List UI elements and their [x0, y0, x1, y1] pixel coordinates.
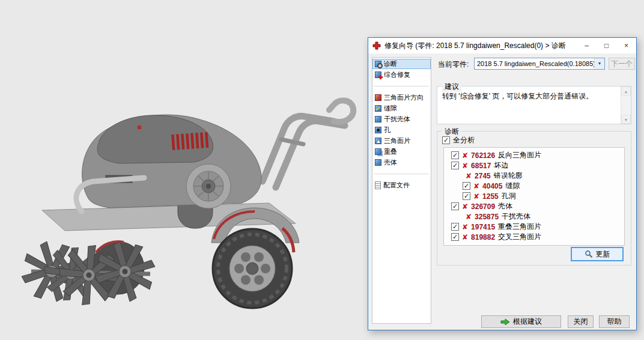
- shell-icon: [375, 159, 381, 166]
- current-part-label: 当前零件:: [438, 59, 469, 70]
- full-analysis-row[interactable]: ✓ 全分析: [442, 135, 475, 145]
- full-analysis-checkbox[interactable]: ✓: [442, 136, 450, 144]
- suggestion-groupbox: 建议 转到 '综合修复' 页，可以修复大部分普通错误。 ▲ ▼: [437, 86, 631, 124]
- error-count: 197415: [471, 223, 495, 231]
- sidebar-item-holes[interactable]: 孔: [372, 125, 431, 135]
- checkbox[interactable]: ✓: [463, 182, 470, 190]
- diagnosis-row[interactable]: ✓ ✘ 762126 反向三角面片: [451, 150, 624, 160]
- diagnosis-icon: [375, 61, 381, 67]
- close-button[interactable]: 关闭: [568, 315, 594, 328]
- hole-icon: [375, 127, 381, 133]
- error-count: 325875: [475, 213, 499, 221]
- sidebar-item-diagnosis[interactable]: 诊断: [372, 59, 431, 69]
- sidebar-item-gaps[interactable]: 缝隙: [372, 103, 431, 114]
- sidebar-item-label: 干扰壳体: [384, 115, 410, 124]
- sidebar-item-shells[interactable]: 壳体: [372, 157, 431, 168]
- error-label: 交叉三角面片: [498, 232, 541, 242]
- triangle-orientation-icon: [375, 94, 381, 101]
- diagnosis-row[interactable]: ✘ 2745 错误轮廓: [451, 171, 624, 181]
- sidebar-item-label: 孔: [384, 126, 390, 135]
- checkbox[interactable]: ✓: [451, 151, 459, 159]
- update-button[interactable]: 更新: [571, 247, 624, 261]
- dialog-titlebar[interactable]: 修复向导 (零件: 2018 5.7 lingdaiwen_Rescaled(0…: [368, 38, 636, 53]
- error-label: 干扰壳体: [502, 211, 530, 222]
- error-count: 40405: [482, 182, 502, 190]
- sidebar: 诊断 综合修复 三角面片方向 缝隙 干扰壳体 孔: [372, 57, 431, 324]
- sidebar-item-triangle-orientation[interactable]: 三角面片方向: [372, 93, 431, 103]
- sidebar-item-triangles[interactable]: 三角面片: [372, 136, 431, 146]
- minimize-button[interactable]: –: [577, 38, 597, 53]
- diagnosis-row[interactable]: ✘ 325875 干扰壳体: [451, 211, 624, 222]
- sidebar-item-label: 综合修复: [384, 70, 410, 79]
- sidebar-item-overlap[interactable]: 重叠: [372, 147, 431, 157]
- next-button-label: 下一个: [611, 59, 633, 69]
- repair-wizard-dialog: 修复向导 (零件: 2018 5.7 lingdaiwen_Rescaled(0…: [368, 37, 637, 330]
- current-part-value: 2018 5.7 lingdaiwen_Rescaled(0.18085): [475, 60, 594, 67]
- checkbox[interactable]: ✓: [451, 233, 459, 241]
- sidebar-item-label: 缝隙: [384, 104, 397, 113]
- sidebar-separator: [374, 86, 429, 87]
- sidebar-item-profile[interactable]: 配置文件: [372, 180, 431, 190]
- next-button[interactable]: 下一个: [609, 58, 635, 70]
- sidebar-item-combined-repair[interactable]: 综合修复: [372, 70, 431, 80]
- checkbox[interactable]: ✓: [463, 192, 470, 200]
- sidebar-item-interfering-shells[interactable]: 干扰壳体: [372, 114, 431, 124]
- apply-suggestion-label: 根据建议: [513, 317, 542, 327]
- error-label: 缝隙: [505, 181, 520, 191]
- sidebar-item-label: 壳体: [384, 158, 397, 167]
- error-x-icon: ✘: [473, 183, 479, 190]
- diagnosis-row[interactable]: ✓ ✘ 40405 缝隙: [451, 181, 624, 191]
- magnifier-icon: [585, 250, 593, 258]
- current-part-select[interactable]: 2018 5.7 lingdaiwen_Rescaled(0.18085) ▼: [474, 58, 605, 70]
- apply-suggestion-button[interactable]: 根据建议: [481, 315, 561, 328]
- desktop-background: 修复向导 (零件: 2018 5.7 lingdaiwen_Rescaled(0…: [0, 0, 644, 340]
- help-button[interactable]: 帮助: [599, 315, 630, 328]
- close-button-label: 关闭: [574, 317, 588, 327]
- full-analysis-label: 全分析: [453, 135, 475, 145]
- maximize-button[interactable]: □: [597, 38, 616, 53]
- scroll-down-icon[interactable]: ▼: [621, 115, 631, 124]
- error-x-icon: ✘: [466, 172, 472, 180]
- chevron-down-icon[interactable]: ▼: [594, 58, 604, 69]
- diagnosis-row[interactable]: ✓ ✘ 1255 孔洞: [451, 191, 624, 201]
- error-x-icon: ✘: [462, 152, 468, 159]
- help-button-label: 帮助: [607, 317, 622, 327]
- error-x-icon: ✘: [462, 234, 468, 241]
- sidebar-item-label: 三角面片: [384, 136, 410, 145]
- checkbox[interactable]: ✓: [451, 202, 459, 210]
- error-label: 坏边: [494, 160, 508, 171]
- gap-icon: [375, 105, 381, 112]
- diagnosis-row[interactable]: ✓ ✘ 326709 壳体: [451, 201, 624, 211]
- error-count: 2745: [475, 172, 491, 180]
- error-count: 68517: [471, 162, 491, 170]
- repair-wizard-icon: [372, 41, 381, 50]
- triangle-icon: [375, 138, 381, 144]
- error-count: 1255: [482, 192, 499, 201]
- update-button-label: 更新: [596, 249, 610, 260]
- diagnosis-list: ✓ ✘ 762126 反向三角面片 ✓ ✘ 68517 坏边 ✘ 2745 错误…: [443, 147, 625, 246]
- diagnosis-row[interactable]: ✓ ✘ 197415 重叠三角面片: [451, 222, 624, 232]
- error-x-icon: ✘: [473, 193, 479, 200]
- sidebar-item-label: 三角面片方向: [384, 93, 424, 102]
- suggestion-scrollbar[interactable]: ▲ ▼: [621, 87, 631, 124]
- suggestion-title: 建议: [442, 82, 461, 92]
- error-label: 壳体: [498, 201, 512, 211]
- error-x-icon: ✘: [462, 223, 468, 231]
- model-tiller-machine: [0, 0, 396, 340]
- scroll-up-icon[interactable]: ▲: [621, 87, 631, 96]
- interfering-shell-icon: [375, 116, 381, 123]
- close-icon[interactable]: ×: [616, 38, 636, 53]
- combined-repair-icon: [375, 71, 381, 78]
- checkbox[interactable]: ✓: [451, 223, 459, 231]
- error-label: 错误轮廓: [494, 171, 523, 181]
- checkbox[interactable]: ✓: [451, 162, 459, 169]
- profile-icon: [375, 181, 381, 189]
- diagnosis-row[interactable]: ✓ ✘ 68517 坏边: [451, 160, 624, 171]
- error-label: 重叠三角面片: [498, 222, 541, 232]
- green-arrow-icon: [500, 318, 510, 326]
- error-x-icon: ✘: [466, 213, 472, 220]
- diagnosis-row[interactable]: ✓ ✘ 819882 交叉三角面片: [451, 232, 624, 242]
- error-x-icon: ✘: [462, 162, 468, 169]
- dialog-title: 修复向导 (零件: 2018 5.7 lingdaiwen_Rescaled(0…: [384, 41, 577, 51]
- error-x-icon: ✘: [462, 203, 468, 210]
